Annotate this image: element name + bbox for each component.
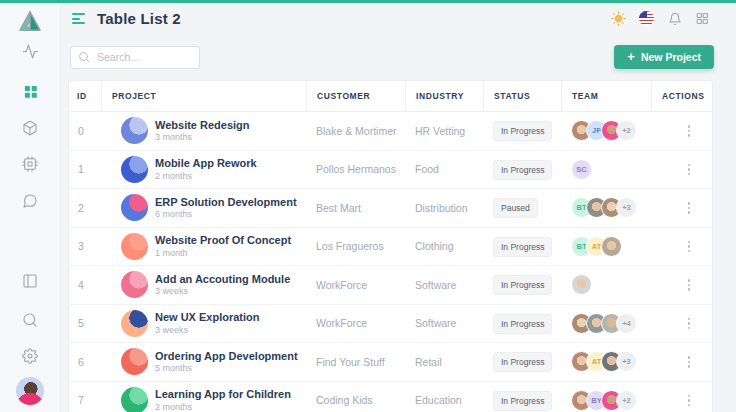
status-cell: Paused	[483, 197, 561, 218]
row-actions-menu[interactable]	[685, 161, 694, 179]
notifications-button[interactable]	[667, 11, 682, 26]
row-id: 0	[69, 125, 101, 137]
column-header-industry: INDUSTRY	[405, 81, 483, 111]
project-cell: Add an Accouting Module 3 weeks	[101, 271, 306, 298]
theme-toggle-button[interactable]	[611, 11, 626, 26]
customer-cell: Pollos Hermanos	[306, 163, 405, 175]
row-actions-menu[interactable]	[685, 392, 694, 410]
status-badge: In Progress	[493, 160, 552, 180]
table-header: IDPROJECTCUSTOMERINDUSTRYSTATUSTEAMACTIO…	[69, 81, 712, 112]
sidebar-item-dashboard[interactable]	[0, 77, 60, 105]
customer-cell: WorkForce	[306, 317, 405, 329]
top-accent-bar	[0, 0, 736, 3]
customer-cell: WorkForce	[306, 279, 405, 291]
row-id: 2	[69, 202, 101, 214]
table-row[interactable]: 5 New UX Exploration 3 weeks WorkForce S…	[69, 305, 712, 344]
team-avatar-photo	[601, 236, 622, 257]
column-header-customer: CUSTOMER	[306, 81, 405, 111]
project-cell: Mobile App Rework 2 months	[101, 156, 306, 183]
team-more-count: +2	[616, 390, 637, 411]
row-actions-menu[interactable]	[685, 199, 694, 217]
project-name: Ordering App Development	[155, 350, 298, 363]
industry-cell: Retail	[405, 356, 483, 368]
actions-cell	[651, 199, 712, 217]
menu-toggle-button[interactable]	[72, 13, 85, 24]
column-header-team: TEAM	[561, 81, 651, 111]
status-cell: In Progress	[483, 159, 561, 180]
team-more-count: +2	[616, 120, 637, 141]
project-name: Website Proof Of Concept	[155, 234, 291, 247]
status-badge: In Progress	[493, 121, 552, 141]
row-actions-menu[interactable]	[685, 315, 694, 333]
project-cell: Ordering App Development 5 months	[101, 348, 306, 375]
row-id: 3	[69, 240, 101, 252]
page-title: Table List 2	[97, 10, 181, 27]
triangle-logo-icon	[18, 10, 42, 32]
actions-cell	[651, 122, 712, 140]
actions-cell	[651, 353, 712, 371]
dashboard-grid-icon	[23, 84, 38, 99]
team-cell	[561, 274, 651, 295]
project-duration: 3 weeks	[155, 286, 290, 296]
sidebar-item-cpu[interactable]	[0, 150, 60, 178]
team-cell: BT+3	[561, 197, 651, 218]
team-cell: JF+2	[561, 120, 651, 141]
table-row[interactable]: 7 Learning App for Children 2 months Cod…	[69, 382, 712, 412]
new-project-button[interactable]: + New Project	[614, 45, 714, 69]
table-row[interactable]: 3 Website Proof Of Concept 1 month Los F…	[69, 228, 712, 267]
industry-cell: Software	[405, 317, 483, 329]
project-duration: 3 weeks	[155, 325, 260, 335]
apps-menu-button[interactable]	[695, 11, 710, 26]
team-cell: +4	[561, 313, 651, 334]
bell-icon	[668, 12, 682, 26]
row-actions-menu[interactable]	[685, 276, 694, 294]
project-name: New UX Exploration	[155, 311, 260, 324]
main-content: Table List 2	[60, 3, 736, 412]
project-name: Add an Accouting Module	[155, 273, 290, 286]
language-selector[interactable]	[639, 11, 654, 26]
actions-cell	[651, 238, 712, 256]
row-actions-menu[interactable]	[685, 238, 694, 256]
project-cell: ERP Solution Development 6 months	[101, 194, 306, 221]
sidebar-profile[interactable]	[0, 375, 60, 407]
sidebar-item-layout[interactable]	[0, 267, 60, 295]
sidebar-item-search[interactable]	[0, 306, 60, 334]
project-icon	[121, 271, 148, 298]
profile-avatar	[16, 377, 44, 405]
activity-icon	[22, 43, 39, 60]
actions-cell	[651, 276, 712, 294]
project-icon	[121, 387, 148, 412]
sidebar-item-chat[interactable]	[0, 187, 60, 215]
row-actions-menu[interactable]	[685, 122, 694, 140]
sidebar-item-box[interactable]	[0, 114, 60, 142]
industry-cell: Food	[405, 163, 483, 175]
column-header-actions: ACTIONS	[651, 81, 713, 111]
actions-cell	[651, 315, 712, 333]
table-row[interactable]: 1 Mobile App Rework 2 months Pollos Herm…	[69, 151, 712, 190]
project-cell: Website Redesign 3 months	[101, 117, 306, 144]
table-row[interactable]: 2 ERP Solution Development 6 months Best…	[69, 189, 712, 228]
search-icon	[78, 51, 90, 63]
sidebar-item-settings[interactable]	[0, 342, 60, 370]
apps-grid-icon	[696, 12, 709, 25]
status-cell: In Progress	[483, 236, 561, 257]
layout-panel-icon	[22, 273, 38, 289]
industry-cell: Distribution	[405, 202, 483, 214]
project-cell: New UX Exploration 3 weeks	[101, 310, 306, 337]
industry-cell: Software	[405, 279, 483, 291]
row-actions-menu[interactable]	[685, 353, 694, 371]
table-row[interactable]: 0 Website Redesign 3 months Blake & Mort…	[69, 112, 712, 151]
customer-cell: Blake & Mortimer	[306, 125, 405, 137]
box-icon	[22, 120, 38, 136]
project-duration: 6 months	[155, 209, 297, 219]
sidebar-item-activity[interactable]	[0, 37, 60, 65]
table-row[interactable]: 4 Add an Accouting Module 3 weeks WorkFo…	[69, 266, 712, 305]
status-badge: In Progress	[493, 275, 552, 295]
customer-cell: Coding Kids	[306, 394, 405, 406]
row-id: 4	[69, 279, 101, 291]
table-row[interactable]: 6 Ordering App Development 5 months Find…	[69, 343, 712, 382]
status-cell: In Progress	[483, 274, 561, 295]
sun-icon	[611, 11, 626, 26]
customer-cell: Find Your Stuff	[306, 356, 405, 368]
project-duration: 5 months	[155, 363, 298, 373]
